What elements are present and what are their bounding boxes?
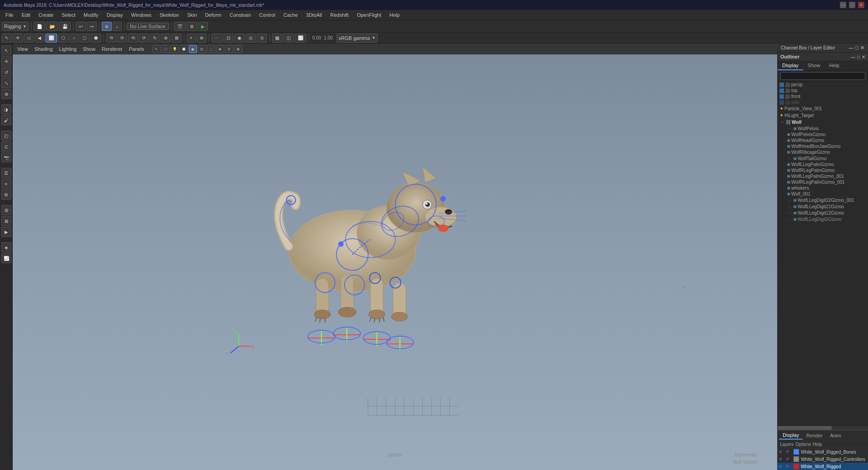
select-rect-button[interactable]: ⬜ — [45, 34, 57, 43]
snap-to-grid-button[interactable]: ⊠ — [1, 216, 11, 226]
menu-cache[interactable]: Cache — [280, 11, 301, 19]
move-z-button[interactable]: ⊕ — [197, 34, 207, 43]
attribute-button[interactable]: ≡ — [1, 179, 11, 189]
vp-icon1[interactable]: ↖ — [153, 45, 161, 53]
layer-controllers-p[interactable]: P — [786, 457, 793, 461]
open-scene-button[interactable]: 📂 — [46, 22, 58, 31]
channelbox-restore-btn[interactable]: □ — [855, 45, 858, 51]
wolfdigit22-expand-icon[interactable]: + — [787, 204, 792, 209]
outliner-item-wolf001[interactable]: ≋ Wolf_001 — [778, 191, 868, 197]
outliner-item-wolfdigit32[interactable]: + ≋ WolfLLegDigit32Gizmo_001 — [778, 197, 868, 203]
outliner-close-btn[interactable]: ✕ — [862, 54, 865, 59]
outliner-restore-btn[interactable]: □ — [857, 54, 860, 59]
menu-edit[interactable]: Edit — [18, 11, 34, 19]
wolftailgizmo-expand-icon[interactable]: + — [787, 156, 792, 161]
move-button[interactable]: ✛ — [1, 56, 11, 66]
layer-item-wolf-rigged[interactable]: V P White_Wolf_Rigged — [777, 463, 868, 470]
menu-skeleton[interactable]: Skeleton — [156, 11, 182, 19]
vp-icon3[interactable]: 💡 — [171, 45, 179, 53]
outliner-item-wolfllegpalmgizmo001[interactable]: ≋ WolfLLegPalmGizmo_001 — [778, 173, 868, 179]
layer-controllers-v[interactable]: V — [779, 457, 785, 461]
close-button[interactable]: ✕ — [858, 2, 864, 8]
display-btn2[interactable]: ◫ — [283, 34, 294, 43]
vp-grid-btn[interactable]: ⊞ — [234, 45, 242, 53]
layer-item-bones[interactable]: V P White_Wolf_Rigged_Bones — [777, 448, 868, 455]
outliner-scrollbar-thumb[interactable] — [778, 426, 832, 430]
outliner-item-wolfheadbonJawgizmo[interactable]: ≋ WolfHeadBonJawGizmo — [778, 143, 868, 149]
menu-help[interactable]: Help — [386, 11, 404, 19]
menu-modify[interactable]: Modify — [80, 11, 102, 19]
menu-windows[interactable]: Windows — [128, 11, 155, 19]
main-viewport[interactable]: View Shading Lighting Show Renderer Pane… — [13, 44, 777, 470]
menu-select[interactable]: Select — [58, 11, 79, 19]
lasso-select-button[interactable]: ⌕ — [113, 22, 122, 31]
render-view-button[interactable]: ▶ — [1, 227, 11, 237]
menu-openflight[interactable]: OpenFlight — [353, 11, 385, 19]
outliner-item-wolfpelvisgizmo[interactable]: ≋ WolfPelvisGizmo — [778, 132, 868, 137]
menu-create[interactable]: Create — [35, 11, 57, 19]
wolfdigit12-expand-icon[interactable]: + — [787, 210, 792, 215]
snap3-button[interactable]: ◉ — [234, 34, 245, 43]
menu-skin[interactable]: Skin — [183, 11, 200, 19]
camera-button[interactable]: 📷 — [1, 152, 11, 162]
layer-tab-anim[interactable]: Anim — [826, 432, 845, 439]
layer-wolf-p[interactable]: P — [786, 464, 793, 469]
menu-redshift[interactable]: Redshift — [327, 11, 352, 19]
outliner-item-side[interactable]: 🎥 side — [778, 99, 868, 105]
select-arrow-button[interactable]: ↖ — [1, 45, 11, 55]
undo-button[interactable]: ↩ — [76, 22, 86, 31]
move-tool-button[interactable]: ✛ — [13, 34, 23, 43]
layer-option-layers[interactable]: Layers — [780, 442, 794, 447]
outliner-item-wolfdigit22[interactable]: + ≋ WolfLLegDigit22Gizmo — [778, 203, 868, 210]
vp-menu-panels[interactable]: Panels — [127, 46, 146, 52]
outliner-item-wolfdigit12[interactable]: + ≋ WolfLLegDigit12Gizmo — [778, 210, 868, 216]
outliner-search-input[interactable] — [780, 72, 865, 80]
channelbox-close-btn[interactable]: ✕ — [860, 45, 864, 51]
menu-deform[interactable]: Deform — [202, 11, 225, 19]
outliner-scrollbar[interactable] — [778, 426, 868, 430]
hypershade-button[interactable]: ◈ — [1, 242, 11, 252]
transform2-button[interactable]: ⟳ — [117, 34, 127, 43]
layer-option-options[interactable]: Options — [795, 442, 811, 447]
snap2-button[interactable]: ⊡ — [223, 34, 233, 43]
save-scene-button[interactable]: 💾 — [59, 22, 71, 31]
vp-shading-btn[interactable]: ◉ — [189, 45, 197, 53]
tool3-button[interactable]: ◀ — [35, 34, 44, 43]
layer-bones-p[interactable]: P — [786, 450, 793, 454]
transform4-button[interactable]: ⟳ — [139, 34, 149, 43]
render-settings-button[interactable]: ⚙ — [187, 22, 197, 31]
vp-subdiv-btn[interactable]: ⊕ — [216, 45, 224, 53]
outliner-item-whiskers[interactable]: ≋ whiskers — [778, 185, 868, 191]
layer-tab-render[interactable]: Render — [803, 432, 826, 439]
wolfpelvis-expand-icon[interactable]: + — [787, 126, 792, 131]
lasso-button[interactable]: ⊏ — [1, 142, 11, 152]
outliner-item-front[interactable]: 🎥 front — [778, 93, 868, 99]
paint-button[interactable]: 🖌 — [1, 115, 11, 125]
channelbox-minimize-btn[interactable]: — — [848, 45, 853, 51]
outliner-item-persp[interactable]: 🎥 persp — [778, 82, 868, 88]
select-mode3-button[interactable]: ○ — [69, 34, 79, 43]
layer-tab-display[interactable]: Display — [779, 431, 803, 440]
outliner-item-wolfrlegpalmgizmo[interactable]: ≋ WolfRLegPalmGizmo — [778, 167, 868, 173]
wolfdigit3-expand-icon[interactable]: + — [787, 216, 792, 222]
vp-menu-show[interactable]: Show — [81, 46, 98, 52]
layer-item-controllers[interactable]: V P White_Wolf_Rigged_Controllers — [777, 455, 868, 463]
move-xy-button[interactable]: + — [187, 34, 196, 43]
outliner-tab-help[interactable]: Help — [825, 61, 844, 70]
transform1-button[interactable]: ⟲ — [106, 34, 116, 43]
snap5-button[interactable]: ⊙ — [257, 34, 267, 43]
universal-manip-button[interactable]: ⊕ — [1, 89, 11, 99]
soft-select-button[interactable]: ◑ — [1, 104, 11, 114]
arrow-tool-button[interactable]: ↖ — [2, 34, 12, 43]
render-button[interactable]: 🎬 — [174, 22, 186, 31]
outliner-item-wolfpelvis[interactable]: + ≋ WolfPelvis — [778, 125, 868, 132]
component-select-button[interactable]: ◰ — [1, 131, 11, 141]
outliner-item-top[interactable]: 🎥 top — [778, 88, 868, 93]
menu-control[interactable]: Control — [256, 11, 279, 19]
snap1-button[interactable]: ⋯ — [212, 34, 222, 43]
gamma-dropdown[interactable]: sRGB gamma ▼ — [336, 34, 378, 43]
outliner-tab-show[interactable]: Show — [803, 61, 825, 70]
select-mode4-button[interactable]: ⬡ — [79, 34, 90, 43]
layer-wolf-v[interactable]: V — [779, 464, 785, 469]
outliner-item-wolfdigit3[interactable]: + ≋ WolfLLegDigit3Gizmo — [778, 216, 868, 222]
